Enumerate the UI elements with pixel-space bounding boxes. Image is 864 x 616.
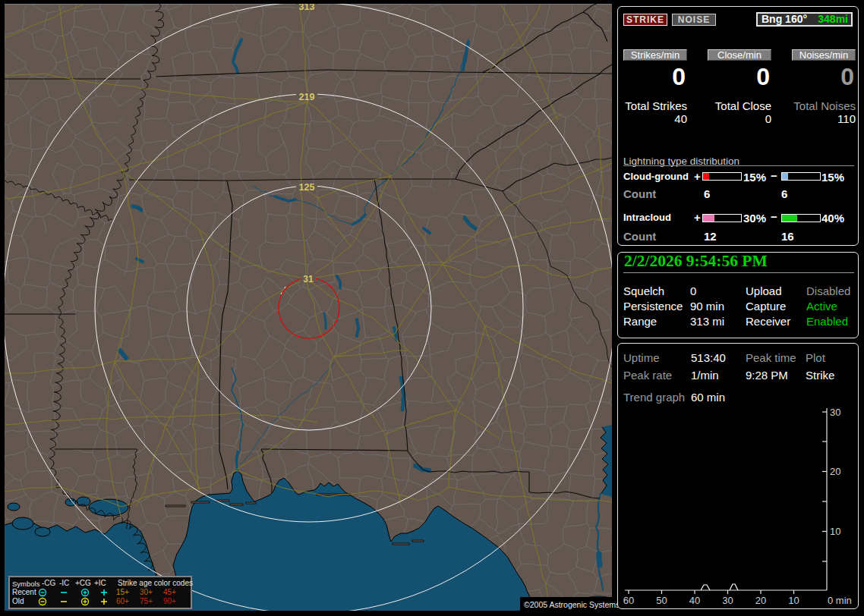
svg-text:20: 20 (830, 466, 840, 477)
svg-text:125: 125 (299, 182, 315, 193)
svg-text:30: 30 (830, 407, 840, 418)
svg-text:20: 20 (755, 595, 766, 606)
svg-text:10: 10 (830, 526, 840, 537)
svg-text:60: 60 (623, 595, 634, 606)
svg-text:40: 40 (689, 595, 700, 606)
svg-text:313: 313 (299, 4, 315, 12)
svg-text:219: 219 (299, 92, 315, 102)
svg-text:50: 50 (656, 595, 667, 606)
svg-text:30: 30 (722, 595, 733, 606)
svg-text:31: 31 (303, 274, 314, 284)
svg-text:0 min: 0 min (828, 595, 852, 606)
svg-text:10: 10 (788, 595, 799, 606)
